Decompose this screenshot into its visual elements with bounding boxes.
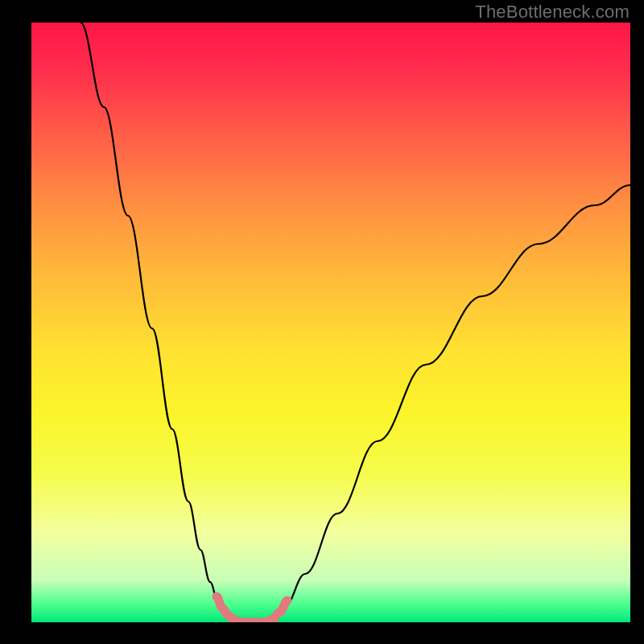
series-highlight-right	[266, 601, 287, 622]
attribution-label: TheBottleneck.com	[475, 2, 630, 23]
chart-svg	[31, 23, 630, 622]
series-curve-right	[266, 185, 630, 622]
plot-area	[31, 23, 630, 622]
series-curve-left	[80, 23, 242, 622]
chart-frame: TheBottleneck.com	[0, 0, 644, 644]
series-highlight-left	[217, 597, 242, 622]
